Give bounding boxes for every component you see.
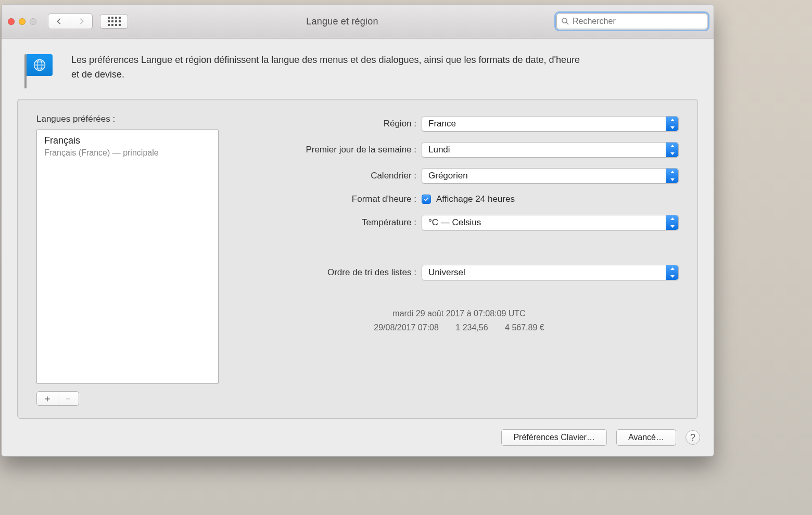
temperature-popup[interactable]: °C — Celsius bbox=[422, 215, 679, 230]
time-24h-label: Affichage 24 heures bbox=[436, 194, 515, 204]
toolbar: Langue et région bbox=[2, 5, 714, 38]
updown-stepper-icon bbox=[666, 215, 678, 230]
preferences-window: Langue et région Les préférences Langue … bbox=[1, 4, 714, 457]
minus-icon: － bbox=[64, 392, 73, 405]
first-day-value: Lundi bbox=[428, 145, 450, 155]
window-controls bbox=[8, 18, 36, 25]
svg-line-1 bbox=[566, 22, 568, 24]
sample-short-date: 29/08/2017 07:08 bbox=[374, 323, 439, 332]
calendar-popup[interactable]: Grégorien bbox=[422, 168, 679, 184]
preferred-languages-title: Langues préférées : bbox=[36, 114, 219, 124]
minimize-window-button[interactable] bbox=[19, 18, 26, 25]
sort-order-label: Ordre de tri des listes : bbox=[239, 267, 416, 278]
language-item[interactable]: Français Français (France) — principale bbox=[44, 135, 211, 158]
bottom-bar: Préférences Clavier… Avancé… ? bbox=[2, 429, 714, 456]
time-format-label: Format d'heure : bbox=[239, 194, 416, 204]
sort-order-popup[interactable]: Universel bbox=[422, 265, 679, 280]
updown-stepper-icon bbox=[666, 169, 678, 183]
keyboard-preferences-button[interactable]: Préférences Clavier… bbox=[501, 429, 607, 446]
updown-stepper-icon bbox=[666, 117, 678, 131]
sample-number: 1 234,56 bbox=[455, 323, 488, 332]
first-day-popup[interactable]: Lundi bbox=[422, 142, 679, 158]
format-sample: mardi 29 août 2017 à 07:08:09 UTC 29/08/… bbox=[239, 306, 679, 334]
advanced-button[interactable]: Avancé… bbox=[616, 429, 676, 446]
close-window-button[interactable] bbox=[8, 18, 15, 25]
preferred-languages-list[interactable]: Français Français (France) — principale bbox=[36, 130, 219, 384]
pane-header: Les préférences Langue et région définis… bbox=[2, 38, 714, 99]
updown-stepper-icon bbox=[666, 143, 678, 157]
sort-order-value: Universel bbox=[428, 267, 465, 278]
forward-button[interactable] bbox=[70, 14, 92, 29]
show-all-button[interactable] bbox=[100, 14, 128, 29]
pane-description: Les préférences Langue et région définis… bbox=[71, 53, 581, 82]
add-language-button[interactable]: ＋ bbox=[37, 392, 58, 405]
region-value: France bbox=[428, 119, 456, 129]
first-day-label: Premier jour de la semaine : bbox=[239, 145, 416, 155]
zoom-window-button bbox=[30, 18, 36, 25]
region-settings: Région : France Premier jour de la semai… bbox=[239, 114, 679, 406]
language-subtitle: Français (France) — principale bbox=[44, 148, 211, 158]
preferred-languages-section: Langues préférées : Français Français (F… bbox=[36, 114, 219, 406]
calendar-value: Grégorien bbox=[428, 171, 468, 181]
language-name: Français bbox=[44, 135, 211, 146]
language-region-icon bbox=[22, 53, 56, 86]
temperature-value: °C — Celsius bbox=[428, 217, 481, 228]
region-popup[interactable]: France bbox=[422, 116, 679, 132]
remove-language-button: － bbox=[58, 392, 79, 405]
help-icon: ? bbox=[690, 432, 695, 443]
check-icon bbox=[423, 196, 429, 202]
chevron-right-icon bbox=[78, 18, 85, 25]
time-24h-checkbox[interactable] bbox=[422, 195, 431, 204]
grid-icon bbox=[108, 17, 121, 26]
window-title: Langue et région bbox=[135, 16, 549, 27]
chevron-left-icon bbox=[56, 18, 63, 25]
updown-stepper-icon bbox=[666, 265, 678, 280]
back-button[interactable] bbox=[48, 14, 70, 29]
sample-currency: 4 567,89 € bbox=[505, 323, 544, 332]
temperature-label: Température : bbox=[239, 217, 416, 228]
region-label: Région : bbox=[239, 119, 416, 129]
plus-icon: ＋ bbox=[43, 392, 52, 405]
search-input[interactable] bbox=[573, 17, 703, 26]
help-button[interactable]: ? bbox=[686, 430, 700, 445]
settings-panel: Langues préférées : Français Français (F… bbox=[17, 99, 698, 419]
nav-back-forward bbox=[48, 14, 93, 29]
calendar-label: Calendrier : bbox=[239, 171, 416, 181]
add-remove-language: ＋ － bbox=[36, 391, 79, 406]
search-field[interactable] bbox=[556, 14, 707, 29]
sample-long-date: mardi 29 août 2017 à 07:08:09 UTC bbox=[239, 306, 679, 320]
search-icon bbox=[561, 17, 569, 25]
svg-point-0 bbox=[562, 18, 567, 23]
globe-icon bbox=[32, 58, 47, 72]
